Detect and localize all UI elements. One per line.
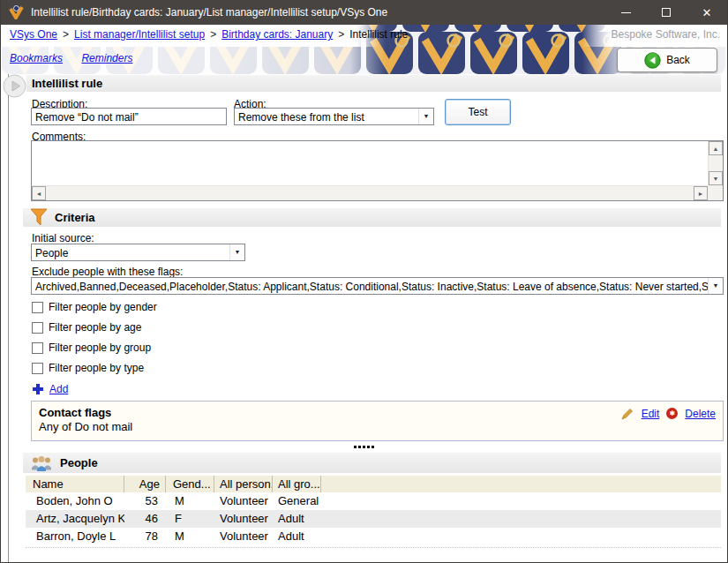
collapse-section-button[interactable] bbox=[3, 74, 26, 101]
close-button[interactable]: ✕ bbox=[687, 0, 727, 25]
splitter-dot bbox=[358, 446, 361, 448]
checkbox-label: Filter people by group bbox=[49, 342, 151, 354]
delete-link[interactable]: Delete bbox=[685, 408, 716, 420]
vertical-scrollbar[interactable]: ▲ ▼ bbox=[708, 141, 723, 185]
table-cell: Boden, John O bbox=[26, 492, 124, 510]
table-row[interactable]: Artz, Jacquelyn K46FVolunteerAdult bbox=[26, 510, 721, 528]
rule-section-title: Intellilist rule bbox=[32, 77, 102, 90]
column-header[interactable]: Gend... bbox=[166, 476, 214, 492]
people-section-header: People bbox=[23, 453, 721, 473]
criteria-section-title: Criteria bbox=[55, 211, 95, 224]
breadcrumb-link[interactable]: Birthday cards: January bbox=[221, 28, 333, 41]
table-bottom-divider bbox=[26, 547, 721, 548]
app-icon bbox=[9, 5, 24, 19]
table-row[interactable]: Barron, Doyle L78MVolunteerAdult bbox=[26, 528, 721, 545]
scroll-left-button[interactable]: ◄ bbox=[32, 186, 46, 200]
table-cell: General bbox=[273, 492, 321, 510]
test-button[interactable]: Test bbox=[445, 99, 511, 125]
table-cell: Volunteer bbox=[214, 510, 273, 528]
checkbox[interactable] bbox=[32, 342, 43, 354]
contact-flags-title: Contact flags bbox=[39, 406, 716, 419]
filter-checkbox-row[interactable]: Filter people by gender bbox=[32, 300, 157, 314]
table-cell: 46 bbox=[124, 510, 166, 528]
action-select-value: Remove these from the list bbox=[238, 111, 364, 124]
checkbox[interactable] bbox=[32, 363, 43, 374]
quick-links: Bookmarks Reminders bbox=[10, 52, 148, 64]
column-header[interactable]: All gro... bbox=[273, 476, 321, 492]
test-button-label: Test bbox=[468, 106, 487, 118]
horizontal-scrollbar[interactable]: ◄ ► bbox=[32, 185, 708, 200]
close-icon: ✕ bbox=[702, 7, 712, 19]
exclude-flags-label: Exclude people with these flags: bbox=[32, 266, 183, 278]
column-header[interactable]: All person... bbox=[214, 476, 273, 492]
table-cell: Adult bbox=[273, 510, 321, 528]
table-cell: Artz, Jacquelyn K bbox=[26, 510, 124, 528]
bookmarks-link[interactable]: Bookmarks bbox=[10, 52, 63, 64]
comments-textarea[interactable]: ▲ ▼ ◄ ► bbox=[31, 140, 724, 201]
description-input[interactable]: Remove “Do not mail” bbox=[31, 108, 227, 125]
exclude-flags-select[interactable]: Archived,Banned,Deceased,Placeholder,Sta… bbox=[31, 277, 724, 295]
maximize-icon bbox=[662, 8, 671, 17]
splitter-dot bbox=[367, 446, 370, 448]
chevron-down-icon: ▼ bbox=[708, 278, 723, 294]
breadcrumb-separator: > bbox=[210, 28, 216, 41]
people-group-icon bbox=[30, 454, 53, 472]
initial-source-select[interactable]: People ▼ bbox=[31, 244, 245, 261]
filter-checkbox-row[interactable]: Filter people by age bbox=[32, 320, 157, 334]
funnel-icon bbox=[30, 208, 48, 227]
add-criteria-button[interactable]: Add bbox=[33, 383, 68, 395]
pencil-icon bbox=[621, 407, 634, 420]
breadcrumb-current: Intellilist rule bbox=[349, 28, 408, 41]
filter-checkbox-list: Filter people by genderFilter people by … bbox=[32, 300, 157, 381]
logo-band: VSys One>List manager/Intellilist setup>… bbox=[1, 25, 727, 74]
scroll-down-button[interactable]: ▼ bbox=[709, 171, 723, 185]
checkbox-label: Filter people by type bbox=[49, 362, 144, 374]
checkbox[interactable] bbox=[32, 302, 43, 313]
titlebar: Intellilist rule/Birthday cards: January… bbox=[1, 0, 727, 25]
action-select[interactable]: Remove these from the list ▼ bbox=[234, 108, 434, 125]
back-button[interactable]: Back bbox=[617, 48, 717, 72]
checkbox[interactable] bbox=[32, 322, 43, 334]
minimize-button[interactable] bbox=[605, 0, 646, 25]
chevron-down-icon: ▼ bbox=[229, 244, 244, 260]
breadcrumb-link[interactable]: VSys One bbox=[10, 28, 57, 41]
initial-source-label: Initial source: bbox=[32, 232, 94, 244]
edit-link[interactable]: Edit bbox=[642, 408, 660, 420]
maximize-button[interactable] bbox=[646, 0, 687, 25]
column-header[interactable]: Age bbox=[124, 476, 166, 492]
table-cell: Volunteer bbox=[214, 492, 273, 510]
column-header-filler bbox=[321, 476, 721, 492]
table-cell: F bbox=[166, 510, 214, 528]
criteria-section-header: Criteria bbox=[23, 208, 721, 227]
column-header[interactable]: Name bbox=[26, 476, 124, 492]
table-cell: Volunteer bbox=[214, 528, 273, 545]
comments-text[interactable] bbox=[32, 141, 708, 185]
filter-checkbox-row[interactable]: Filter people by type bbox=[32, 361, 157, 375]
add-link-label: Add bbox=[49, 383, 68, 395]
splitter-handle[interactable] bbox=[1, 446, 727, 448]
back-arrow-icon bbox=[644, 52, 661, 69]
plus-icon bbox=[33, 384, 43, 394]
horizontal-scroll-track[interactable] bbox=[46, 186, 694, 200]
breadcrumb-separator: > bbox=[338, 28, 344, 41]
filter-checkbox-row[interactable]: Filter people by group bbox=[32, 341, 157, 355]
chevron-down-icon: ▼ bbox=[418, 109, 433, 124]
rule-section-header: Intellilist rule bbox=[26, 75, 721, 92]
table-cell: 78 bbox=[124, 528, 166, 545]
breadcrumb-separator: > bbox=[63, 28, 69, 41]
table-cell: 53 bbox=[124, 492, 166, 510]
table-row[interactable]: Boden, John O53MVolunteerGeneral bbox=[26, 492, 721, 510]
window-title: Intellilist rule/Birthday cards: January… bbox=[31, 6, 605, 19]
contact-flags-value: Any of Do not mail bbox=[39, 420, 716, 433]
breadcrumb-link[interactable]: List manager/Intellilist setup bbox=[74, 28, 205, 41]
reminders-link[interactable]: Reminders bbox=[81, 52, 132, 64]
checkbox-label: Filter people by gender bbox=[49, 301, 157, 313]
table-cell: M bbox=[166, 492, 214, 510]
splitter-dot bbox=[372, 446, 374, 448]
scroll-right-button[interactable]: ► bbox=[694, 186, 708, 200]
breadcrumb: VSys One>List manager/Intellilist setup>… bbox=[10, 28, 408, 41]
people-section-title: People bbox=[60, 456, 98, 469]
vertical-scroll-track[interactable] bbox=[709, 155, 723, 171]
scroll-up-button[interactable]: ▲ bbox=[709, 141, 723, 155]
checkbox-label: Filter people by age bbox=[49, 321, 141, 334]
